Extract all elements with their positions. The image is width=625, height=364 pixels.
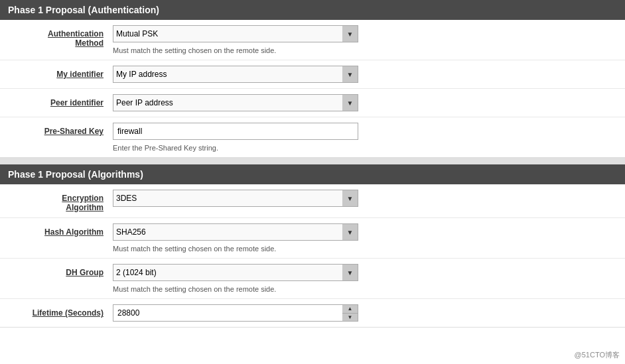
phase1-algo-header: Phase 1 Proposal (Algorithms) <box>0 164 625 184</box>
auth-method-hint: Must match the setting chosen on the rem… <box>113 46 618 54</box>
pre-shared-key-label: Pre-Shared Key <box>0 123 113 136</box>
peer-identifier-control: Peer IP address Distinguished Name FQDN … <box>113 94 618 111</box>
encryption-algo-select-wrapper: 3DES AES-128 AES-192 AES-256 Blowfish CA… <box>113 190 358 207</box>
lifetime-row: Lifetime (Seconds) ▲ ▼ <box>0 299 625 327</box>
dh-group-hint: Must match the setting chosen on the rem… <box>113 285 618 293</box>
auth-method-row: AuthenticationMethod Mutual PSK Mutual R… <box>0 20 625 60</box>
auth-method-label: AuthenticationMethod <box>0 25 113 48</box>
hash-algo-control: SHA256 SHA1 MD5 SHA384 SHA512 ▼ Must mat… <box>113 223 618 253</box>
section-gap <box>0 158 625 164</box>
auth-method-select-wrapper: Mutual PSK Mutual RSA xauth PSK Server x… <box>113 25 358 42</box>
pre-shared-key-control: Enter the Pre-Shared Key string. <box>113 123 618 152</box>
auth-method-control: Mutual PSK Mutual RSA xauth PSK Server x… <box>113 25 618 54</box>
hash-algo-hint: Must match the setting chosen on the rem… <box>113 245 618 253</box>
encryption-algo-label: EncryptionAlgorithm <box>0 190 113 212</box>
watermark: @51CTO博客 <box>575 350 620 360</box>
phase1-auth-header: Phase 1 Proposal (Authentication) <box>0 0 625 20</box>
pre-shared-key-row: Pre-Shared Key Enter the Pre-Shared Key … <box>0 117 625 157</box>
lifetime-increment-button[interactable]: ▲ <box>342 305 358 314</box>
peer-identifier-label: Peer identifier <box>0 94 113 107</box>
lifetime-spinbox-wrapper: ▲ ▼ <box>113 304 358 322</box>
pre-shared-key-input[interactable] <box>113 123 358 140</box>
peer-identifier-row: Peer identifier Peer IP address Distingu… <box>0 89 625 117</box>
dh-group-label: DH Group <box>0 264 113 277</box>
my-identifier-select[interactable]: My IP address Distinguished Name FQDN Us… <box>113 66 358 83</box>
my-identifier-select-wrapper: My IP address Distinguished Name FQDN Us… <box>113 66 358 83</box>
lifetime-input[interactable] <box>113 304 358 322</box>
hash-algo-label: Hash Algorithm <box>0 223 113 237</box>
hash-algo-select-wrapper: SHA256 SHA1 MD5 SHA384 SHA512 ▼ <box>113 223 358 241</box>
pre-shared-key-hint: Enter the Pre-Shared Key string. <box>113 144 618 152</box>
my-identifier-row: My identifier My IP address Distinguishe… <box>0 60 625 89</box>
peer-identifier-select-wrapper: Peer IP address Distinguished Name FQDN … <box>113 94 358 111</box>
phase1-auth-body: AuthenticationMethod Mutual PSK Mutual R… <box>0 20 625 158</box>
hash-algo-row: Hash Algorithm SHA256 SHA1 MD5 SHA384 SH… <box>0 218 625 259</box>
my-identifier-control: My IP address Distinguished Name FQDN Us… <box>113 66 618 83</box>
encryption-algo-row: EncryptionAlgorithm 3DES AES-128 AES-192… <box>0 184 625 218</box>
hash-algo-select[interactable]: SHA256 SHA1 MD5 SHA384 SHA512 <box>113 223 358 241</box>
lifetime-label: Lifetime (Seconds) <box>0 304 113 318</box>
dh-group-select-wrapper: 2 (1024 bit) 1 (768 bit) 5 (1536 bit) 14… <box>113 264 358 281</box>
dh-group-select[interactable]: 2 (1024 bit) 1 (768 bit) 5 (1536 bit) 14… <box>113 264 358 281</box>
dh-group-control: 2 (1024 bit) 1 (768 bit) 5 (1536 bit) 14… <box>113 264 618 293</box>
phase1-algo-title: Phase 1 Proposal (Algorithms) <box>8 169 143 180</box>
dh-group-row: DH Group 2 (1024 bit) 1 (768 bit) 5 (153… <box>0 259 625 299</box>
my-identifier-label: My identifier <box>0 66 113 79</box>
lifetime-spin-buttons: ▲ ▼ <box>342 304 358 322</box>
peer-identifier-select[interactable]: Peer IP address Distinguished Name FQDN … <box>113 94 358 111</box>
encryption-algo-control: 3DES AES-128 AES-192 AES-256 Blowfish CA… <box>113 190 618 207</box>
auth-method-select[interactable]: Mutual PSK Mutual RSA xauth PSK Server x… <box>113 25 358 42</box>
phase1-algo-body: EncryptionAlgorithm 3DES AES-128 AES-192… <box>0 184 625 328</box>
page-wrapper: Phase 1 Proposal (Authentication) Authen… <box>0 0 625 364</box>
encryption-algo-select[interactable]: 3DES AES-128 AES-192 AES-256 Blowfish CA… <box>113 190 358 207</box>
phase1-auth-title: Phase 1 Proposal (Authentication) <box>8 5 159 15</box>
lifetime-decrement-button[interactable]: ▼ <box>342 314 358 322</box>
lifetime-control: ▲ ▼ <box>113 304 618 322</box>
